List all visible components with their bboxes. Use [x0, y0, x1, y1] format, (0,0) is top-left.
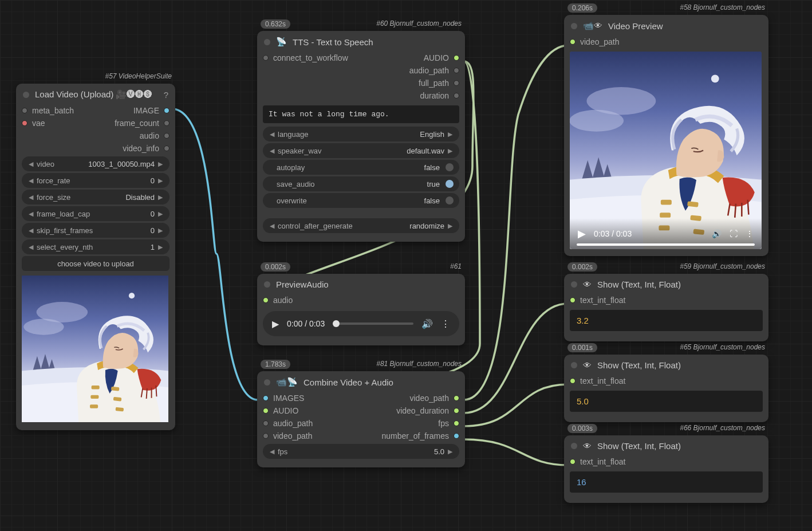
chevron-left-icon[interactable]: ◀	[269, 147, 275, 155]
chevron-right-icon[interactable]: ▶	[157, 227, 164, 234]
volume-icon[interactable]: 🔊	[421, 318, 433, 329]
output-video-duration[interactable]: video_duration	[361, 404, 466, 417]
output-video-path[interactable]: video_path	[361, 392, 466, 404]
widget-skip-first-frames[interactable]: ◀ skip_first_frames 0 ▶	[22, 223, 170, 238]
node-id-badge: #66 Bjornulf_custom_nodes	[680, 424, 765, 432]
input-audio[interactable]: audio	[257, 294, 465, 306]
output-video-info[interactable]: video_info	[96, 142, 175, 155]
node-title-row[interactable]: PreviewAudio	[257, 274, 465, 294]
toggle-icon[interactable]	[446, 163, 454, 171]
audio-player[interactable]: ▶ 0:00 / 0:03 🔊 ⋮	[263, 311, 459, 336]
input-connect[interactable]: connect_to_workflow	[257, 52, 361, 64]
node-preview-audio[interactable]: 0.002s #61 PreviewAudio audio ▶ 0:00 / 0…	[257, 274, 465, 345]
input-text-int-float[interactable]: text_int_float	[564, 294, 768, 306]
upload-video-button[interactable]: choose video to upload	[22, 256, 170, 271]
chevron-left-icon[interactable]: ◀	[27, 160, 34, 168]
widget-frame-load-cap[interactable]: ◀ frame_load_cap 0 ▶	[22, 206, 170, 221]
video-thumbnail	[22, 274, 170, 423]
input-meta-batch[interactable]: meta_batch	[16, 104, 96, 117]
output-full-path[interactable]: full_path	[361, 77, 466, 89]
widget-force-rate[interactable]: ◀ force_rate 0 ▶	[22, 173, 170, 188]
chevron-left-icon[interactable]: ◀	[269, 448, 275, 455]
collapse-dot-icon[interactable]	[571, 281, 577, 288]
widget-select-every-nth[interactable]: ◀ select_every_nth 1 ▶	[22, 239, 170, 254]
chevron-left-icon[interactable]: ◀	[27, 227, 34, 234]
collapse-dot-icon[interactable]	[264, 379, 270, 386]
node-title-row[interactable]: Load Video (Upload) 🎥🅥🅗🅢 ?	[16, 84, 175, 104]
chevron-right-icon[interactable]: ▶	[447, 222, 454, 230]
chevron-right-icon[interactable]: ▶	[157, 243, 164, 251]
output-audio-path[interactable]: audio_path	[361, 64, 466, 77]
widget-overwrite[interactable]: overwrite false	[263, 193, 459, 208]
input-text-int-float[interactable]: text_int_float	[564, 375, 768, 387]
node-load-video[interactable]: #57 VideoHelperSuite Load Video (Upload)…	[16, 84, 175, 430]
collapse-dot-icon[interactable]	[571, 443, 577, 449]
play-icon[interactable]: ▶	[272, 318, 279, 329]
input-images[interactable]: IMAGES	[257, 392, 361, 404]
chevron-left-icon[interactable]: ◀	[269, 131, 275, 138]
input-video-path[interactable]: video_path	[257, 430, 361, 442]
volume-icon[interactable]: 🔊	[712, 229, 722, 238]
output-frame-count[interactable]: frame_count	[96, 117, 175, 129]
collapse-dot-icon[interactable]	[264, 39, 270, 45]
chevron-left-icon[interactable]: ◀	[27, 243, 34, 251]
audio-seek-bar[interactable]	[333, 322, 413, 325]
collapse-dot-icon[interactable]	[264, 281, 270, 288]
widget-speaker-wav[interactable]: ◀ speaker_wav default.wav ▶	[263, 143, 459, 158]
output-image[interactable]: IMAGE	[96, 104, 175, 117]
chevron-right-icon[interactable]: ▶	[157, 177, 164, 184]
widget-force-size[interactable]: ◀ force_size Disabled ▶	[22, 190, 170, 204]
input-text-int-float[interactable]: text_int_float	[564, 455, 768, 468]
node-title-row[interactable]: 📹📡 Combine Video + Audio	[257, 371, 465, 392]
widget-autoplay[interactable]: autoplay false	[263, 160, 459, 175]
node-combine[interactable]: 1.783s #81 Bjornulf_custom_nodes 📹📡 Comb…	[257, 371, 465, 467]
toggle-icon[interactable]	[446, 196, 454, 204]
chevron-left-icon[interactable]: ◀	[27, 177, 34, 184]
chevron-right-icon[interactable]: ▶	[447, 147, 454, 155]
output-duration[interactable]: duration	[361, 89, 466, 102]
node-title-row[interactable]: 👁 Show (Text, Int, Float)	[564, 435, 768, 455]
collapse-dot-icon[interactable]	[23, 92, 29, 98]
chevron-right-icon[interactable]: ▶	[447, 131, 454, 138]
kebab-menu-icon[interactable]: ⋮	[746, 229, 754, 238]
collapse-dot-icon[interactable]	[571, 23, 577, 29]
widget-language[interactable]: ◀ language English ▶	[263, 127, 459, 141]
node-video-preview[interactable]: 0.206s #58 Bjornulf_custom_nodes 📹👁 Vide…	[564, 15, 768, 256]
node-title-row[interactable]: 📹👁 Video Preview	[564, 15, 768, 36]
input-video-path[interactable]: video_path	[564, 36, 768, 48]
widget-fps[interactable]: ◀ fps 5.0 ▶	[263, 444, 459, 459]
chevron-left-icon[interactable]: ◀	[269, 222, 275, 230]
node-title-row[interactable]: 👁 Show (Text, Int, Float)	[564, 274, 768, 294]
input-vae[interactable]: vae	[16, 117, 96, 129]
kebab-menu-icon[interactable]: ⋮	[441, 318, 450, 329]
input-audio[interactable]: AUDIO	[257, 404, 361, 417]
collapse-dot-icon[interactable]	[571, 362, 577, 368]
widget-control-after-generate[interactable]: ◀ control_after_generate randomize ▶	[263, 218, 459, 233]
node-title-row[interactable]: 👁 Show (Text, Int, Float)	[564, 355, 768, 375]
node-show-2[interactable]: 0.001s #65 Bjornulf_custom_nodes 👁 Show …	[564, 355, 768, 422]
output-audio[interactable]: audio	[96, 129, 175, 142]
input-audio-path[interactable]: audio_path	[257, 417, 361, 430]
chevron-right-icon[interactable]: ▶	[447, 448, 454, 455]
fullscreen-icon[interactable]: ⛶	[730, 229, 738, 238]
node-show-3[interactable]: 0.003s #66 Bjornulf_custom_nodes 👁 Show …	[564, 435, 768, 503]
chevron-right-icon[interactable]: ▶	[157, 194, 164, 201]
node-title-row[interactable]: 📡 TTS - Text to Speech	[257, 31, 465, 52]
node-tts[interactable]: 0.632s #60 Bjornulf_custom_nodes 📡 TTS -…	[257, 31, 465, 242]
play-icon[interactable]: ▶	[578, 227, 586, 240]
widget-save-audio[interactable]: save_audio true	[263, 176, 459, 191]
output-num-frames[interactable]: number_of_frames	[361, 430, 466, 442]
chevron-right-icon[interactable]: ▶	[157, 210, 164, 218]
help-icon[interactable]: ?	[164, 90, 168, 100]
chevron-left-icon[interactable]: ◀	[27, 194, 34, 201]
output-fps[interactable]: fps	[361, 417, 466, 430]
widget-video[interactable]: ◀ video 1003_1_00050.mp4 ▶	[22, 156, 170, 171]
chevron-right-icon[interactable]: ▶	[157, 160, 164, 168]
chevron-left-icon[interactable]: ◀	[27, 210, 34, 218]
video-seek-bar[interactable]	[577, 243, 755, 246]
output-audio[interactable]: AUDIO	[361, 52, 466, 64]
tts-text-input[interactable]: It was not a long time ago.	[263, 105, 459, 123]
node-show-1[interactable]: 0.002s #59 Bjornulf_custom_nodes 👁 Show …	[564, 274, 768, 341]
toggle-icon[interactable]	[446, 180, 454, 188]
video-player[interactable]: ▶ 0:03 / 0:03 🔊 ⛶ ⋮	[570, 52, 762, 249]
